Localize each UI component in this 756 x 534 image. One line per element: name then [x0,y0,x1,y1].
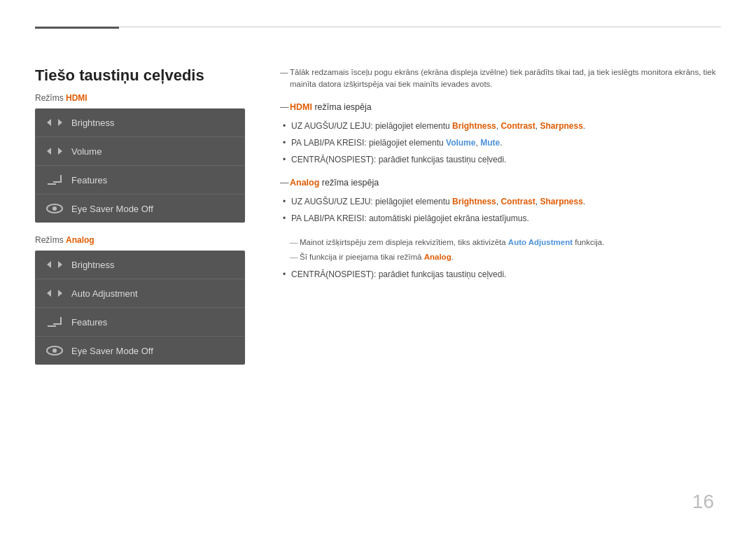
eye-icon-1 [45,202,64,216]
page-number: 16 [692,491,714,513]
hdmi-features-label: Features [71,175,107,185]
analog-b1-brightness: Brightness [452,197,496,206]
top-line [35,27,721,27]
lr-arrow-icon-2 [45,144,64,158]
analog-last-bullet-list: CENTRĀ(NOSPIEST): parādiet funkcijas tau… [280,266,721,283]
analog-menu-brightness: Brightness [35,251,245,279]
hdmi-volume-label: Volume [71,146,102,157]
lr-arrow-icon-1 [45,115,64,129]
hdmi-b2-mute: Mute [480,138,500,148]
hdmi-bullet-2: PA LABI/PA KREISI: pielāgojiet elementu … [280,134,721,151]
analog-menu-eye-saver: Eye Saver Mode Off [35,337,245,365]
hdmi-menu-brightness: Brightness [35,108,245,137]
page-container: Tiešo taustiņu ceļvedis Režīms HDMI Brig… [0,0,756,534]
analog-label-rest: režīma iespēja [319,178,379,188]
hdmi-label-rest: režīma iespēja [312,102,372,112]
hdmi-b1-brightness: Brightness [452,121,496,131]
enter-icon-2 [45,315,64,329]
hdmi-bullet-3: CENTRĀ(NOSPIEST): parādiet funkcijas tau… [280,151,721,168]
analog-mode-label: Režīms Analog [35,235,245,245]
analog-menu-features: Features [35,308,245,337]
eye-icon-2 [45,344,64,358]
analog-highlight: Analog [424,253,451,261]
analog-bullet-list: UZ AUGŠU/UZ LEJU: pielāgojiet elementu B… [280,193,721,227]
hdmi-label: HDMI [290,102,312,112]
hdmi-mode-label: Režīms HDMI [35,93,245,103]
hdmi-section-header: HDMI režīma iespēja [280,102,721,112]
analog-bullet-1: UZ AUGŠU/UZ LEJU: pielāgojiet elementu B… [280,193,721,210]
analog-sub-note-2: Šī funkcija ir pieejama tikai režīmā Ana… [280,251,721,263]
hdmi-menu-eye-saver: Eye Saver Mode Off [35,195,245,223]
analog-brightness-label: Brightness [71,260,114,270]
analog-sub-note-1: Mainot izšķirtspēju zem displeja rekvizī… [280,237,721,248]
analog-features-label: Features [71,317,107,328]
top-note: Tālāk redzamais īsceļu pogu ekrāns (ekrā… [280,66,721,91]
analog-section-header: Analog režīma iespēja [280,178,721,188]
hdmi-b1-contrast: Contrast [500,121,535,131]
hdmi-b1-sharpness: Sharpness [540,121,582,131]
auto-adj-highlight: Auto Adjustment [508,238,573,246]
hdmi-bullet-1: UZ AUGŠU/UZ LEJU: pielāgojiet elementu B… [280,118,721,134]
analog-bullet-2: PA LABI/PA KREISI: automātiski pielāgoji… [280,210,721,227]
analog-eye-saver-label: Eye Saver Mode Off [71,346,153,356]
analog-auto-adjustment-label: Auto Adjustment [71,288,138,299]
right-column: Tālāk redzamais īsceļu pogu ekrāns (ekrā… [266,66,721,377]
analog-b1-sharpness: Sharpness [540,197,582,206]
analog-menu-box: Brightness Auto Adjustment Features Eye … [35,251,245,365]
hdmi-b2-volume: Volume [446,138,475,148]
lr-arrow-icon-4 [45,286,64,300]
hdmi-menu-box: Brightness Volume Features Eye Saver Mod… [35,108,245,223]
analog-b1-contrast: Contrast [500,197,535,206]
enter-icon-1 [45,173,64,187]
content-wrapper: Tiešo taustiņu ceļvedis Režīms HDMI Brig… [35,66,721,377]
page-title: Tiešo taustiņu ceļvedis [35,66,245,85]
analog-menu-auto-adjustment: Auto Adjustment [35,279,245,308]
accent-line [35,27,119,29]
hdmi-menu-features: Features [35,166,245,195]
hdmi-eye-saver-label: Eye Saver Mode Off [71,204,153,214]
lr-arrow-icon-3 [45,258,64,272]
hdmi-brightness-label: Brightness [71,118,114,128]
analog-last-bullet: CENTRĀ(NOSPIEST): parādiet funkcijas tau… [280,266,721,283]
analog-label: Analog [290,178,319,188]
left-column: Tiešo taustiņu ceļvedis Režīms HDMI Brig… [35,66,245,377]
hdmi-menu-volume: Volume [35,137,245,166]
hdmi-bullet-list: UZ AUGŠU/UZ LEJU: pielāgojiet elementu B… [280,118,721,168]
